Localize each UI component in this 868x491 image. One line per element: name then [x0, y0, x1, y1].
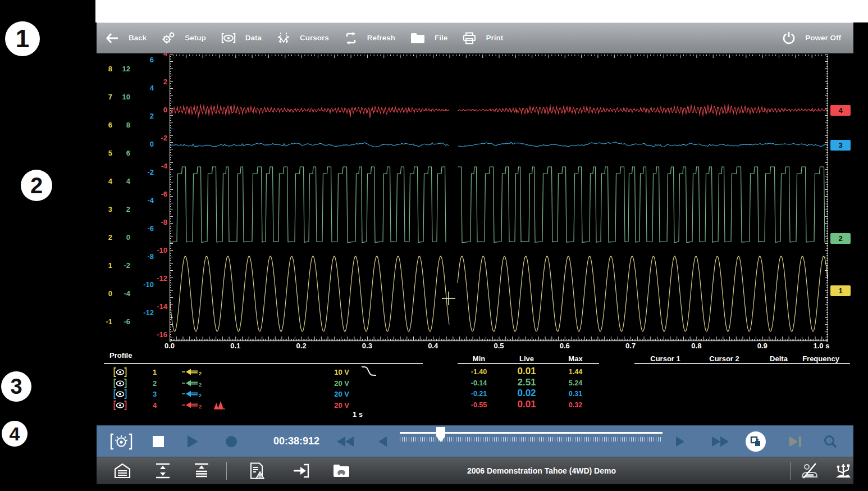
device-disconnected-indicator[interactable] — [800, 457, 819, 484]
collapse-vertical-icon — [193, 463, 210, 479]
back-button[interactable]: Back — [106, 33, 147, 44]
vehicle-records-button[interactable] — [249, 457, 265, 484]
home-button[interactable] — [114, 457, 131, 484]
max-column-header: Max — [556, 354, 595, 363]
eye-bracket-icon — [113, 379, 127, 388]
skip-to-end-button[interactable] — [789, 426, 801, 457]
play-icon — [188, 435, 198, 448]
ch1-min-value: -1.40 — [459, 367, 499, 377]
zoom-button[interactable] — [823, 426, 838, 457]
probe-arrow-icon: 2 — [181, 389, 204, 398]
profile-title: Profile — [109, 351, 132, 360]
playback-time: 00:38:912 — [259, 426, 334, 457]
measurements-underline — [458, 363, 599, 364]
step-back-icon — [378, 437, 387, 447]
time-tick-label: 0.7 — [614, 342, 647, 350]
usb-connection-indicator[interactable] — [834, 457, 853, 484]
peaks-icon — [213, 401, 226, 410]
channel-2-number[interactable]: 2 — [153, 378, 164, 388]
channel-1-probe-icon[interactable]: 2 — [181, 367, 204, 377]
channel-2-visibility-toggle[interactable] — [113, 378, 127, 388]
vehicle-history-button[interactable] — [333, 457, 350, 484]
ch3-live-value: 0.02 — [504, 388, 549, 398]
waveform-plot[interactable] — [170, 54, 828, 342]
callout-1: 1 — [5, 21, 40, 56]
fast-forward-button[interactable] — [712, 426, 729, 457]
playback-slider[interactable] — [400, 426, 663, 457]
scale-label-ch1: 6 — [97, 121, 112, 129]
channel-4-visibility-toggle[interactable] — [113, 400, 127, 410]
power-off-button[interactable]: Power Off — [782, 31, 841, 45]
channel-4-scale[interactable]: 20 V — [310, 400, 349, 410]
profile-underline — [104, 363, 423, 364]
export-arrow-icon — [293, 463, 309, 479]
callout-2: 2 — [21, 170, 52, 201]
scale-label-ch4: -8 — [150, 218, 167, 226]
channel-2-scale[interactable]: 20 V — [310, 378, 349, 388]
cursors-button[interactable]: Cursors — [277, 32, 329, 44]
magnifier-icon — [823, 434, 838, 449]
cursor-panel-underline — [634, 363, 850, 364]
setup-button[interactable]: Setup — [162, 32, 206, 44]
frequency-header: Frequency — [796, 354, 846, 363]
scale-label-ch1: 5 — [97, 149, 112, 157]
channel-4-probe-icon[interactable]: 2 — [181, 400, 204, 410]
stop-button[interactable] — [153, 426, 164, 457]
ch4-min-value: -0.55 — [459, 400, 499, 410]
channel-1-scale[interactable]: 10 V — [310, 367, 349, 377]
channel-badge-1[interactable]: 1 — [830, 285, 851, 296]
scale-label-ch1: 3 — [97, 205, 112, 213]
trigger-slope-icon[interactable] — [360, 366, 377, 376]
channel-1-number[interactable]: 1 — [153, 367, 164, 377]
play-button[interactable] — [188, 426, 198, 457]
expand-vertical-icon — [154, 463, 171, 479]
refresh-button[interactable]: Refresh — [344, 32, 395, 44]
scale-label-ch2: -6 — [115, 317, 130, 326]
eye-bracket-icon — [113, 401, 127, 410]
home-icon — [114, 463, 131, 479]
record-timer-button[interactable] — [110, 426, 133, 457]
falling-edge-icon — [360, 365, 377, 377]
ch4-max-value: 0.32 — [556, 400, 595, 410]
time-tick-label: 0.6 — [548, 342, 582, 350]
probe-arrow-icon: 2 — [181, 367, 204, 376]
channel-3-number[interactable]: 3 — [153, 389, 164, 399]
eye-bracket-icon — [113, 367, 127, 377]
loop-icon — [746, 431, 766, 452]
camera-timer-icon — [110, 433, 133, 450]
channel-1-visibility-toggle[interactable] — [113, 367, 127, 377]
fast-forward-icon — [712, 437, 729, 447]
data-transfer-button[interactable] — [293, 457, 309, 484]
toolbar-left: Back Setup Data Cursors Refresh — [97, 32, 518, 44]
step-back-button[interactable] — [378, 426, 387, 457]
channel-2-probe-icon[interactable]: 2 — [181, 378, 204, 388]
probe-arrow-icon: 2 — [181, 379, 204, 388]
channel-badge-4[interactable]: 4 — [830, 105, 851, 116]
print-button[interactable]: Print — [463, 32, 503, 44]
rewind-button[interactable] — [337, 426, 354, 457]
channel-3-visibility-toggle[interactable] — [113, 389, 127, 399]
collapse-view-button[interactable] — [193, 457, 210, 484]
scale-label-ch4: 2 — [150, 78, 167, 86]
svg-text:2: 2 — [199, 371, 202, 376]
data-button[interactable]: Data — [221, 33, 262, 44]
step-forward-button[interactable] — [676, 426, 684, 457]
channel-badge-2[interactable]: 2 — [830, 233, 851, 244]
channel-4-number[interactable]: 4 — [153, 400, 164, 410]
channel-3-scale[interactable]: 20 V — [310, 389, 349, 399]
scale-label-ch1: 8 — [97, 65, 112, 73]
channel-badge-3[interactable]: 3 — [830, 140, 851, 151]
playback-bar: 00:38:912 — [97, 425, 853, 457]
record-button[interactable] — [226, 426, 237, 457]
expand-view-button[interactable] — [154, 457, 171, 484]
usb-icon — [834, 462, 853, 479]
scale-label-ch2: 8 — [115, 121, 130, 129]
file-button[interactable]: File — [410, 33, 447, 44]
scale-label-ch2: 6 — [115, 149, 130, 157]
eye-icon — [221, 33, 236, 44]
rewind-icon — [337, 437, 354, 447]
stop-icon — [153, 436, 164, 447]
channel-3-probe-icon[interactable]: 2 — [181, 389, 204, 399]
loop-mode-button[interactable] — [746, 426, 766, 457]
channel-4-peak-detect-icon[interactable] — [213, 400, 226, 410]
